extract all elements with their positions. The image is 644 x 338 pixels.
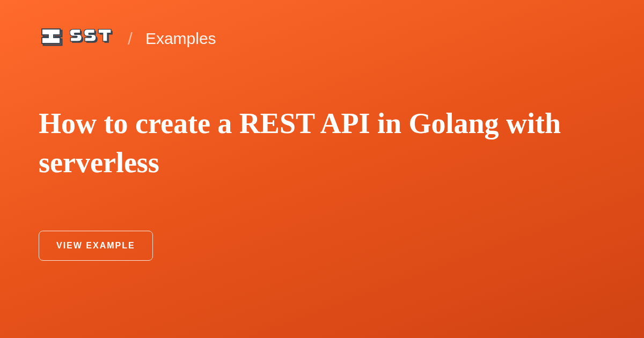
view-example-button[interactable]: VIEW EXAMPLE xyxy=(39,231,153,261)
breadcrumb-label: Examples xyxy=(145,30,216,48)
sst-logo-icon xyxy=(39,27,63,50)
sst-wordmark-icon xyxy=(70,27,115,50)
breadcrumb-separator: / xyxy=(128,29,133,49)
brand-logo xyxy=(39,27,115,50)
page-title: How to create a REST API in Golang with … xyxy=(39,104,602,182)
header: / Examples xyxy=(39,27,605,50)
